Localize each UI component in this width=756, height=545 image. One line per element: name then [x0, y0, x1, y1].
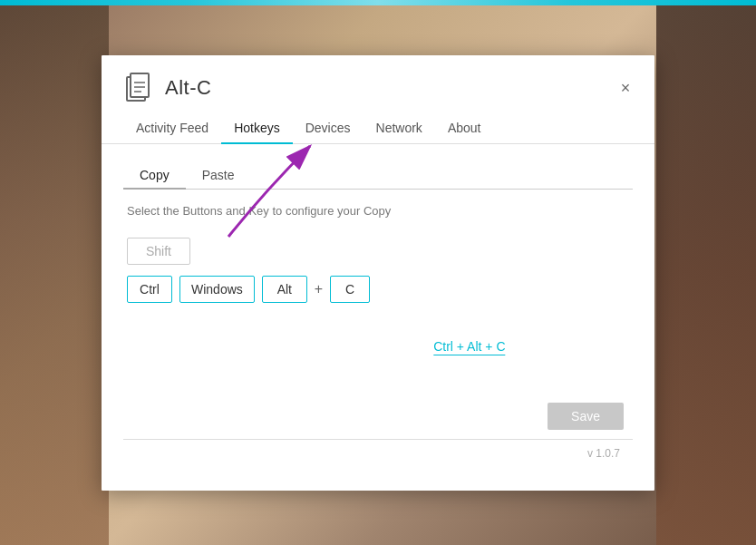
- alt-key-button[interactable]: Alt: [262, 276, 307, 303]
- save-button[interactable]: Save: [548, 403, 624, 430]
- svg-rect-1: [131, 73, 149, 97]
- instruction-text: Select the Buttons and Key to configure …: [127, 204, 633, 218]
- shift-key-row: Shift: [127, 238, 633, 265]
- arrow-annotation: [192, 137, 337, 246]
- windows-key-button[interactable]: Windows: [179, 276, 255, 303]
- sub-tabs: Copy Paste: [123, 162, 633, 190]
- close-button[interactable]: ×: [615, 77, 636, 99]
- tab-activity-feed[interactable]: Activity Feed: [123, 113, 221, 144]
- title-bar: Alt-C ×: [102, 55, 654, 113]
- letter-key-button[interactable]: C: [330, 276, 370, 303]
- modal-window: Alt-C × Activity Feed Hotkeys Devices Ne…: [102, 55, 654, 491]
- app-title: Alt-C: [165, 76, 211, 100]
- ctrl-key-button[interactable]: Ctrl: [127, 276, 172, 303]
- tab-hotkeys[interactable]: Hotkeys: [221, 113, 293, 144]
- hotkey-display: Ctrl + Alt + C: [433, 339, 505, 355]
- shift-key-button[interactable]: Shift: [127, 238, 190, 265]
- save-row: Save: [123, 403, 633, 430]
- sub-tab-paste[interactable]: Paste: [186, 162, 251, 190]
- tab-about[interactable]: About: [435, 113, 494, 144]
- modifier-key-row: Ctrl Windows Alt + C: [127, 276, 633, 303]
- tab-network[interactable]: Network: [363, 113, 435, 144]
- app-icon: [123, 72, 156, 104]
- title-left: Alt-C: [123, 72, 211, 104]
- hotkey-display-wrapper: Ctrl + Alt + C: [123, 321, 633, 377]
- nav-tabs: Activity Feed Hotkeys Devices Network Ab…: [102, 113, 654, 144]
- sub-tab-copy[interactable]: Copy: [123, 162, 186, 190]
- plus-sign: +: [315, 281, 323, 297]
- tab-devices[interactable]: Devices: [293, 113, 363, 144]
- content-area: Copy Paste Select the Buttons and Key to…: [102, 144, 654, 491]
- top-accent-strip: [0, 0, 756, 5]
- version-text: v 1.0.7: [123, 440, 633, 469]
